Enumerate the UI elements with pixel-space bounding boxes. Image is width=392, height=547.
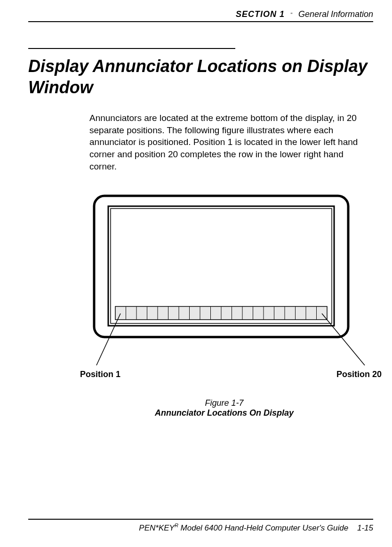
- footer-brand-mark: R: [175, 523, 178, 528]
- page-title: Display Annunciator Locations on Display…: [28, 56, 373, 98]
- label-position-20: Position 20: [336, 370, 382, 379]
- header-chapter-name: General Information: [298, 9, 373, 19]
- footer-brand: PEN*KEY: [139, 523, 175, 532]
- body-paragraph: Annunciators are located at the extreme …: [89, 112, 372, 172]
- footer-guide-name: Model 6400 Hand-Held Computer User's Gui…: [178, 523, 348, 532]
- annunciator-strip: [115, 306, 327, 320]
- figure: Position 1 Position 20 Figure 1-7 Annunc…: [75, 191, 373, 418]
- label-position-1: Position 1: [80, 370, 120, 379]
- header-section: SECTION 1: [236, 9, 285, 19]
- running-header: SECTION 1 " General Information: [28, 9, 373, 22]
- display-diagram: Position 1 Position 20: [75, 191, 386, 384]
- footer-page-number: 1-15: [357, 523, 373, 532]
- figure-number: Figure 1-7: [75, 398, 373, 408]
- title-rule: [28, 48, 235, 49]
- figure-title: Annunciator Locations On Display: [75, 408, 373, 418]
- figure-caption: Figure 1-7 Annunciator Locations On Disp…: [75, 398, 373, 418]
- page: SECTION 1 " General Information Display …: [0, 0, 392, 547]
- running-footer: PEN*KEYR Model 6400 Hand-Held Computer U…: [28, 519, 373, 533]
- header-separator: ": [287, 12, 296, 17]
